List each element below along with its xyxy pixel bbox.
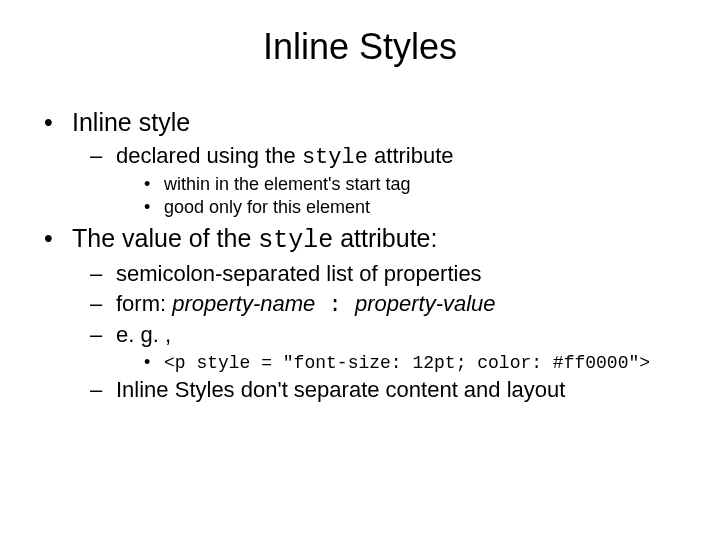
slide-title: Inline Styles [20, 26, 700, 68]
bullet-1-1-1: within in the element's start tag [144, 174, 700, 195]
b2-3-code: <p style = "font-size: 12pt; color: #ff0… [164, 353, 650, 373]
bullet-1-sublist: declared using the style attribute withi… [72, 143, 700, 218]
bullet-2-sublist: semicolon-separated list of properties f… [72, 261, 700, 403]
bullet-1-1-2: good only for this element [144, 197, 700, 218]
b1-1-t2: attribute [368, 143, 454, 168]
b2-code: style [258, 226, 333, 255]
b2-t1: The value of the [72, 224, 258, 252]
bullet-2-1: semicolon-separated list of properties [90, 261, 700, 287]
bullet-1: Inline style declared using the style at… [44, 108, 700, 218]
bullet-2-3-sublist: <p style = "font-size: 12pt; color: #ff0… [116, 352, 700, 373]
bullet-2-3: e. g. , <p style = "font-size: 12pt; col… [90, 322, 700, 373]
b2-2-pv: property-value [355, 291, 496, 316]
bullet-2-4: Inline Styles don't separate content and… [90, 377, 700, 403]
bullet-1-1-sublist: within in the element's start tag good o… [116, 174, 700, 218]
b1-1-code: style [302, 145, 368, 170]
bullet-2: The value of the style attribute: semico… [44, 224, 700, 403]
bullet-list-level1: Inline style declared using the style at… [20, 108, 700, 403]
b2-2-colon: : [315, 293, 355, 318]
b1-1-t1: declared using the [116, 143, 302, 168]
b2-3-t1: e. g. , [116, 322, 171, 347]
b2-2-t1: form: [116, 291, 172, 316]
bullet-1-1: declared using the style attribute withi… [90, 143, 700, 218]
bullet-1-text: Inline style [72, 108, 190, 136]
b2-t2: attribute: [333, 224, 437, 252]
bullet-2-2: form: property-name : property-value [90, 291, 700, 318]
b2-2-pn: property-name [172, 291, 315, 316]
bullet-2-3-1: <p style = "font-size: 12pt; color: #ff0… [144, 352, 700, 373]
